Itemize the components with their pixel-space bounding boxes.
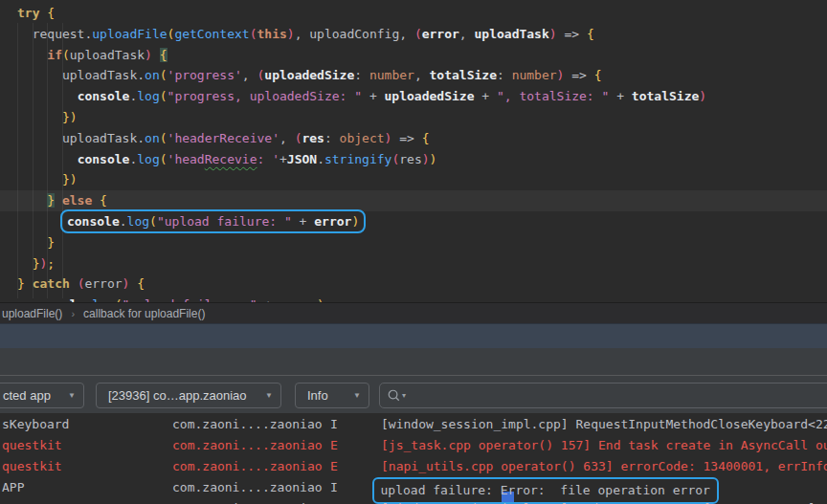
code-line[interactable]: uploadTask.on('progress', (uploadedSize:… bbox=[17, 65, 827, 86]
code-line[interactable]: }) bbox=[17, 107, 827, 128]
code-token: if bbox=[47, 48, 62, 62]
code-indent bbox=[17, 89, 78, 103]
code-token: 'progress' bbox=[168, 68, 242, 82]
log-cell: com.zaoni....zaoniao bbox=[172, 477, 323, 498]
code-indent bbox=[17, 48, 47, 62]
code-token: error bbox=[314, 214, 351, 229]
code-token: => bbox=[391, 131, 421, 145]
code-token: try bbox=[17, 6, 39, 20]
code-line[interactable]: console.log("upload failure: " + error) bbox=[17, 211, 827, 232]
log-cell: [window_session_impl.cpp] RequestInputMe… bbox=[381, 414, 827, 435]
code-token: ) bbox=[549, 27, 557, 41]
code-editor[interactable]: try { request.uploadFile(getContext(this… bbox=[0, 0, 827, 302]
log-cell: [window_session_impl.cpp] UpdateRect<668… bbox=[381, 498, 816, 504]
log-row[interactable]: sKeyboardcom.zaoni....zaoniaoI[window_se… bbox=[0, 414, 827, 435]
code-token: stringify bbox=[324, 152, 391, 166]
code-token: ( bbox=[160, 89, 168, 103]
log-panel-header bbox=[0, 348, 827, 375]
log-output[interactable]: sKeyboardcom.zaoni....zaoniaoI[window_se… bbox=[0, 413, 827, 504]
code-token: error bbox=[422, 27, 459, 41]
chevron-down-icon: ▼ bbox=[265, 391, 273, 400]
code-token: "progress, uploadedSize: " bbox=[168, 89, 363, 103]
code-token: error bbox=[279, 297, 317, 302]
code-token: catch bbox=[33, 276, 70, 291]
code-line[interactable]: try { bbox=[17, 3, 827, 24]
code-token bbox=[25, 276, 33, 291]
log-cell: com.zaoni....zaoniao bbox=[172, 498, 323, 504]
log-cell: I bbox=[330, 414, 338, 435]
code-line[interactable]: console.log("progress, uploadedSize: " +… bbox=[17, 86, 827, 107]
code-line[interactable]: if(uploadTask) { bbox=[17, 45, 827, 66]
breadcrumb-item-uploadfile[interactable]: uploadFile() bbox=[2, 307, 62, 320]
code-token: => bbox=[564, 68, 593, 82]
code-token: uploadTask bbox=[62, 131, 137, 145]
log-cell: E bbox=[330, 456, 338, 477]
log-row[interactable]: questkitcom.zaoni....zaoniaoE[napi_utils… bbox=[0, 456, 827, 477]
search-input[interactable] bbox=[412, 388, 827, 403]
code-line[interactable]: } catch (error) { bbox=[17, 274, 827, 295]
log-cell: [js_task.cpp operator() 157] End task cr… bbox=[381, 435, 827, 456]
code-line[interactable]: console.log("upload failure: " + error) bbox=[17, 295, 827, 302]
code-token: + bbox=[474, 89, 496, 103]
log-cell: com.zaoni....zaoniao bbox=[172, 414, 323, 435]
log-cell: E bbox=[330, 435, 338, 456]
code-token: } bbox=[62, 110, 70, 124]
code-token: + bbox=[292, 214, 314, 229]
code-line[interactable]: }); bbox=[17, 253, 827, 274]
code-token bbox=[70, 276, 78, 291]
code-line[interactable]: } bbox=[17, 232, 827, 253]
code-token: : bbox=[497, 68, 512, 82]
code-token: . bbox=[317, 152, 324, 166]
breadcrumb-separator-icon: › bbox=[71, 308, 75, 319]
code-indent bbox=[17, 68, 62, 82]
breadcrumb-item-callback[interactable]: callback for uploadFile() bbox=[83, 307, 205, 320]
code-token: { bbox=[47, 6, 55, 20]
log-cell: com.zaoni....zaoniao bbox=[172, 435, 323, 456]
code-token: ) bbox=[430, 152, 437, 166]
code-token: uploadTask bbox=[70, 48, 145, 62]
log-level-dropdown[interactable]: Info ▼ bbox=[295, 383, 369, 408]
code-token: console bbox=[78, 152, 130, 166]
code-token: ", totalSize: " bbox=[497, 89, 609, 103]
code-token: else bbox=[62, 193, 92, 208]
log-level-label: Info bbox=[307, 388, 328, 403]
code-token: ( bbox=[160, 131, 168, 145]
code-token: "upload failure: " bbox=[157, 214, 292, 229]
code-indent bbox=[17, 27, 33, 41]
selected-app-dropdown[interactable]: cted app ▼ bbox=[0, 383, 84, 408]
code-token: + bbox=[362, 89, 384, 103]
code-token: } bbox=[62, 172, 70, 186]
log-toolbar: cted app ▼ [23936] co…app.zaoniao ▼ Info… bbox=[0, 375, 827, 413]
log-row[interactable]: APPcom.zaoni....zaoniaoIupload failure: … bbox=[0, 477, 827, 498]
log-cell: I bbox=[330, 477, 338, 498]
code-line[interactable]: request.uploadFile(getContext(this), upl… bbox=[17, 24, 827, 45]
code-token: { bbox=[587, 27, 594, 41]
code-token: , bbox=[414, 68, 430, 82]
code-token: ( bbox=[250, 27, 257, 41]
code-token: ) bbox=[351, 214, 359, 229]
log-search-box[interactable]: ▾ bbox=[379, 383, 827, 408]
code-token: on bbox=[145, 68, 160, 82]
code-line[interactable]: console.log('headRecevie: '+JSON.stringi… bbox=[17, 149, 827, 170]
code-token: ( bbox=[414, 27, 422, 41]
code-line[interactable]: } else { bbox=[0, 190, 827, 211]
log-cell: APP bbox=[2, 477, 24, 498]
log-row[interactable]: SLayoutcom.zaoni....zaoniaoI[window_sess… bbox=[0, 498, 827, 504]
code-token: ( bbox=[160, 68, 168, 82]
code-line[interactable]: }) bbox=[17, 169, 827, 190]
process-dropdown[interactable]: [23936] co…app.zaoniao ▼ bbox=[96, 383, 281, 408]
code-token: totalSize bbox=[430, 68, 497, 82]
code-token: . bbox=[137, 68, 145, 82]
code-token: totalSize bbox=[632, 89, 699, 103]
code-line[interactable]: uploadTask.on('headerReceive', (res: obj… bbox=[17, 128, 827, 149]
code-token: ) bbox=[422, 152, 430, 166]
code-token: , bbox=[399, 27, 414, 41]
code-token: object bbox=[340, 131, 385, 145]
code-token: this bbox=[257, 27, 287, 41]
code-indent bbox=[17, 172, 62, 186]
code-token: request bbox=[33, 27, 85, 41]
log-row[interactable]: questkitcom.zaoni....zaoniaoE[js_task.cp… bbox=[0, 435, 827, 456]
code-token bbox=[92, 193, 100, 208]
code-token: , bbox=[279, 131, 295, 145]
search-options-arrow-icon: ▾ bbox=[402, 391, 406, 400]
